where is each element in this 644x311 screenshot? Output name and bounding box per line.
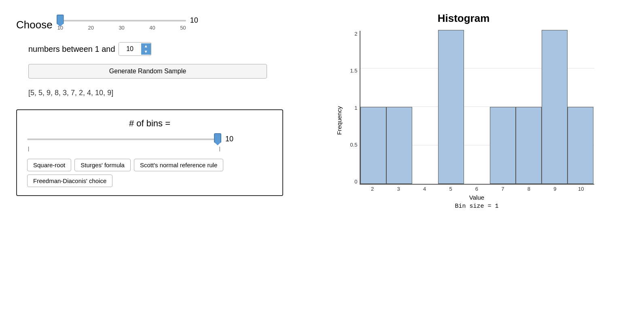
- bar-7: [490, 107, 516, 184]
- spinner-down[interactable]: ▼: [141, 49, 151, 55]
- tick-30: 30: [119, 25, 124, 31]
- tick-20: 20: [88, 25, 94, 31]
- bar-3: [386, 107, 412, 184]
- bar-5: [438, 30, 464, 184]
- bar-9: [542, 30, 568, 184]
- choose-label: Choose: [16, 16, 53, 30]
- n-slider-value: 10: [190, 16, 200, 25]
- y-tick-1: 1: [354, 105, 357, 111]
- n-slider-row: 10: [57, 16, 210, 25]
- bins-tick-1: |: [28, 145, 29, 151]
- generate-button[interactable]: Generate Random Sample: [28, 64, 267, 79]
- x-axis-ticks-wrapper: 2 3 4 5 6 7 8 9 10: [360, 185, 594, 192]
- spinner-buttons: ▲ ▼: [141, 43, 151, 55]
- y-axis-label-container: Frequency: [333, 31, 345, 210]
- bins-title: # of bins =: [27, 118, 272, 129]
- top-section: Choose 10 10 20 30 40 50: [16, 16, 267, 31]
- bar-8: [516, 107, 542, 184]
- right-panel: Histogram Frequency 2 1.5 1 0.5 0: [283, 0, 644, 311]
- bar-10: [568, 107, 593, 184]
- y-axis-label: Frequency: [336, 106, 343, 135]
- x-tick-2: 2: [360, 186, 386, 192]
- bins-slider-row: 10: [27, 135, 272, 143]
- bins-slider[interactable]: [27, 138, 221, 140]
- bins-ticks: | |: [27, 145, 221, 151]
- histogram-title: Histogram: [438, 12, 490, 25]
- numbers-between-row: numbers between 1 and ▲ ▼: [28, 42, 267, 56]
- max-value-spinner[interactable]: ▲ ▼: [119, 42, 151, 56]
- x-axis-label: Value: [360, 194, 594, 201]
- x-tick-9: 9: [542, 186, 568, 192]
- y-tick-0: 0: [354, 179, 357, 185]
- x-tick-7: 7: [490, 186, 516, 192]
- y-axis: 2 1.5 1 0.5 0: [345, 31, 360, 185]
- numbers-between-label: numbers between 1 and: [28, 45, 115, 54]
- x-tick-4: 4: [411, 186, 437, 192]
- scott-btn[interactable]: Scott's normal reference rule: [134, 159, 223, 171]
- x-tick-5: 5: [438, 186, 464, 192]
- x-tick-3: 3: [386, 186, 411, 192]
- chart-wrapper: 2 1.5 1 0.5 0: [345, 31, 594, 210]
- chart-plot: [360, 31, 594, 185]
- tick-40: 40: [149, 25, 155, 31]
- histogram-area: Frequency 2 1.5 1 0.5 0: [333, 31, 594, 210]
- n-slider[interactable]: [57, 20, 186, 21]
- bins-tick-2: |: [219, 145, 220, 151]
- x-tick-10: 10: [568, 186, 594, 192]
- chart-inner: 2 1.5 1 0.5 0: [345, 31, 594, 185]
- n-slider-ticks: 10 20 30 40 50: [57, 25, 186, 31]
- n-slider-container: 10 10 20 30 40 50: [57, 16, 210, 31]
- bar-2: [360, 107, 386, 184]
- freedman-btn[interactable]: Freedman-Diaconis' choice: [27, 175, 112, 187]
- spinner-up[interactable]: ▲: [141, 43, 151, 49]
- x-axis-ticks: 2 3 4 5 6 7 8 9 10: [360, 185, 594, 192]
- bin-size-label: Bin size = 1: [360, 203, 594, 210]
- y-tick-05: 0.5: [350, 142, 357, 148]
- square-root-btn[interactable]: Square-root: [27, 159, 71, 171]
- tick-50: 50: [180, 25, 186, 31]
- y-tick-15: 1.5: [350, 68, 357, 74]
- sturges-btn[interactable]: Sturges' formula: [74, 159, 131, 171]
- left-panel: Choose 10 10 20 30 40 50 numbers between…: [0, 0, 283, 311]
- sample-output: [5, 5, 9, 8, 3, 7, 2, 4, 10, 9]: [28, 89, 267, 97]
- max-value-input[interactable]: [119, 43, 141, 55]
- x-tick-6: 6: [464, 186, 489, 192]
- y-tick-2: 2: [354, 31, 357, 37]
- x-tick-8: 8: [516, 186, 542, 192]
- bins-slider-value: 10: [225, 135, 233, 143]
- formula-buttons: Square-root Sturges' formula Scott's nor…: [27, 159, 272, 187]
- bins-section: # of bins = 10 | | Square-root Sturges' …: [16, 109, 283, 196]
